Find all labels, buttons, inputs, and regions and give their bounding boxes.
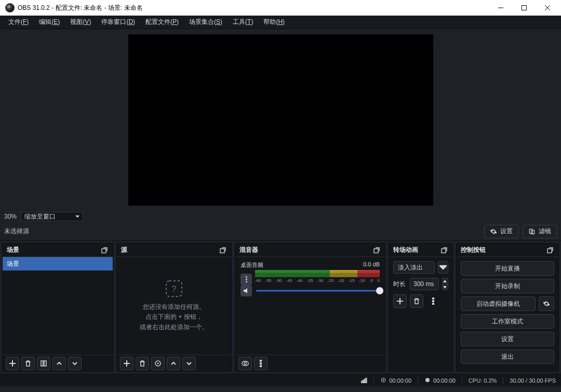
maximize-button[interactable] <box>512 0 536 16</box>
zoom-mode-value: 缩放至窗口 <box>24 212 56 221</box>
menu-edit[interactable]: 编辑(E) <box>34 16 65 29</box>
svg-rect-24 <box>547 249 552 253</box>
svg-point-14 <box>246 281 247 282</box>
scene-add-button[interactable] <box>6 357 19 370</box>
filters-icon <box>528 228 536 235</box>
svg-rect-26 <box>363 380 364 383</box>
menu-file[interactable]: 文件(F) <box>3 16 34 29</box>
svg-point-31 <box>425 378 430 382</box>
scene-item[interactable]: 场景 <box>3 257 113 271</box>
sources-popout-icon[interactable] <box>219 246 227 254</box>
sources-empty-state[interactable]: ? 您还没有添加任何源。 点击下面的 + 按钮， 或者右击此处添加一个。 <box>117 257 231 355</box>
status-fps: 30.00 / 30.00 FPS <box>510 377 556 384</box>
svg-rect-4 <box>41 361 43 366</box>
svg-rect-25 <box>361 381 362 383</box>
statusbar: 00:00:00 00:00:00 CPU: 0.2% 30.00 / 30.0… <box>0 374 561 386</box>
status-rec-time: 00:00:00 <box>433 377 456 384</box>
scene-move-up-button[interactable] <box>52 357 66 370</box>
svg-point-13 <box>246 279 247 280</box>
controls-popout-icon[interactable] <box>546 246 554 254</box>
broadcast-icon <box>380 377 386 384</box>
menu-tools[interactable]: 工具(T) <box>228 16 258 29</box>
sources-empty-line1: 您还没有添加任何源。 <box>140 302 208 312</box>
zoom-percent: 30% <box>4 213 17 220</box>
scene-move-down-button[interactable] <box>68 357 82 370</box>
status-recording: 00:00:00 <box>424 377 456 384</box>
svg-point-21 <box>432 298 434 300</box>
start-recording-button[interactable]: 开始录制 <box>461 279 554 293</box>
svg-text:?: ? <box>172 285 177 293</box>
status-live: 00:00:00 <box>380 377 411 384</box>
start-streaming-button[interactable]: 开始直播 <box>461 261 554 276</box>
close-button[interactable] <box>536 0 559 16</box>
source-move-up-button[interactable] <box>167 357 180 370</box>
scene-item-label: 场景 <box>7 260 19 268</box>
start-virtualcam-button[interactable]: 启动虚拟摄像机 <box>461 296 536 311</box>
chevron-down-icon <box>75 214 79 219</box>
svg-point-19 <box>260 365 262 367</box>
signal-icon <box>361 377 367 384</box>
transition-duration-input[interactable]: 300 ms <box>410 278 439 290</box>
svg-rect-6 <box>220 249 224 253</box>
titlebar: OBS 31.0.2 - 配置文件: 未命名 - 场景: 未命名 <box>0 0 561 16</box>
no-source-selected-label: 未选择源 <box>4 227 29 236</box>
mixer-mute-button[interactable] <box>241 285 252 296</box>
transition-duration-down-button[interactable] <box>442 284 448 290</box>
transition-properties-button[interactable] <box>426 294 440 308</box>
svg-rect-0 <box>522 6 526 10</box>
preview-canvas[interactable] <box>128 34 433 206</box>
scene-filter-button[interactable] <box>37 357 50 370</box>
source-filters-label: 滤镜 <box>539 227 551 236</box>
transition-duration-label: 时长 <box>393 280 407 289</box>
mixer-popout-icon[interactable] <box>372 246 381 254</box>
mixer-menu-button[interactable] <box>254 357 268 370</box>
transition-duration-up-button[interactable] <box>442 278 448 284</box>
source-remove-button[interactable] <box>136 357 149 370</box>
sources-empty-line3: 或者右击此处添加一个。 <box>140 322 208 332</box>
scenes-panel-title: 场景 <box>7 246 19 254</box>
svg-rect-5 <box>44 361 46 366</box>
minimize-button[interactable] <box>489 0 512 16</box>
svg-rect-11 <box>374 249 378 253</box>
svg-point-23 <box>432 303 434 305</box>
menu-help[interactable]: 帮助(H) <box>258 16 290 29</box>
transition-select[interactable]: 淡入淡出 <box>393 261 435 274</box>
virtualcam-settings-button[interactable] <box>539 296 554 311</box>
svg-rect-28 <box>366 378 367 383</box>
scenes-panel: 场景 场景 <box>2 243 113 372</box>
preview-area <box>0 29 561 211</box>
source-move-down-button[interactable] <box>182 357 196 370</box>
svg-point-22 <box>432 300 434 302</box>
sources-empty-line2: 点击下面的 + 按钮， <box>140 312 208 322</box>
mixer-volume-thumb[interactable] <box>376 287 383 294</box>
svg-rect-20 <box>442 249 446 253</box>
menu-profile[interactable]: 配置文件(P) <box>140 16 184 29</box>
transitions-popout-icon[interactable] <box>440 246 448 254</box>
transition-add-button[interactable] <box>393 294 407 308</box>
transition-select-dropdown-button[interactable] <box>438 261 448 274</box>
menu-view[interactable]: 视图(V) <box>65 16 96 29</box>
transition-remove-button[interactable] <box>410 294 423 308</box>
sources-panel-title: 源 <box>121 246 127 254</box>
mixer-vu-meter <box>255 270 380 277</box>
mixer-volume-slider[interactable] <box>256 288 380 294</box>
window-title: OBS 31.0.2 - 配置文件: 未命名 - 场景: 未命名 <box>18 4 489 12</box>
exit-button[interactable]: 退出 <box>461 349 554 364</box>
source-settings-button[interactable]: 设置 <box>484 225 518 238</box>
source-add-button[interactable] <box>120 357 133 370</box>
scene-remove-button[interactable] <box>21 357 35 370</box>
studio-mode-button[interactable]: 工作室模式 <box>461 314 554 329</box>
source-filters-button[interactable]: 滤镜 <box>523 225 557 238</box>
mixer-advanced-button[interactable] <box>238 357 252 370</box>
source-properties-button[interactable] <box>151 357 165 370</box>
mixer-channel-menu-button[interactable] <box>241 274 252 285</box>
svg-point-17 <box>260 360 262 362</box>
zoom-mode-select[interactable]: 缩放至窗口 <box>21 212 83 221</box>
settings-button[interactable]: 设置 <box>461 332 554 346</box>
menu-scene-collection[interactable]: 场景集合(S) <box>184 16 228 29</box>
scenes-popout-icon[interactable] <box>100 246 109 254</box>
transition-select-value: 淡入淡出 <box>398 263 423 272</box>
mixer-channel: 桌面音频 0.0 dB -60-55-50-45-40-35-30-25-20-… <box>235 257 385 300</box>
menu-docks[interactable]: 停靠窗口(D) <box>96 16 140 29</box>
svg-rect-3 <box>102 249 106 253</box>
